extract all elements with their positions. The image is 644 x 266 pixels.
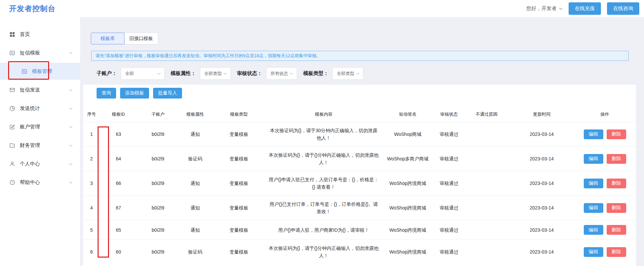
template-type-select-value: 全部类型 [337,71,354,77]
topbar-right: 您好，开发者 在线充值 在线咨询 [526,2,639,15]
sub-account-filter-label: 子账户： [97,70,117,77]
edit-button[interactable]: 编辑 [584,154,603,164]
folder-icon [9,143,15,148]
cell-sub-account: b0i2l9 [137,240,179,264]
filter-bar: 子账户： 全部 模板属性： 全部类型 审核状态： 所有状态 模板类型： 全部类型 [97,67,369,80]
app-title: 开发者控制台 [9,4,56,14]
cell-index: 5 [83,220,100,240]
tab-template-library[interactable]: 模板库 [91,33,124,44]
delete-button[interactable]: 删除 [607,203,626,213]
cell-signature: WoShop跨境商城 [381,240,435,264]
tab-bar: 模板库 旧接口模板 [91,33,158,44]
cell-index: 4 [83,196,100,220]
cell-content: 本次验证码为{}，请于{}分钟内正确输入，切勿泄露他人！ [266,147,381,171]
template-attribute-select-value: 全部类型 [204,71,222,77]
edit-button[interactable]: 编辑 [584,247,603,257]
online-consult-button[interactable]: 在线咨询 [607,2,639,15]
col-header-attribute: 模板属性 [179,107,211,122]
edit-button[interactable]: 编辑 [584,225,603,235]
cell-signature: WoShop跨境商城 [381,196,435,220]
audit-status-select[interactable]: 所有状态 [266,67,297,80]
sub-account-select-value: 全部 [125,71,134,77]
user-menu[interactable]: 您好，开发者 [526,5,563,12]
cell-reject-reason [463,147,510,171]
cell-type: 变量模板 [211,240,266,264]
chevron-down-icon [223,72,227,75]
batch-import-button[interactable]: 批量导入 [153,88,182,99]
sidebar-item-personal-center[interactable]: 个人中心 [0,155,80,173]
chevron-up-icon [69,52,73,54]
sidebar-item-sms-template[interactable]: 短信模板 [0,44,80,62]
sidebar-item-help-center[interactable]: ? 帮助中心 [0,173,80,192]
col-header-actions: 操作 [574,107,636,122]
top-bar: 开发者控制台 您好，开发者 在线充值 在线咨询 [0,0,644,17]
action-button-row: 查询 添加模板 批量导入 [97,88,182,99]
table-row: 5 65 b0i2l9 通知 变量模板 用户{}申请入驻，用户商家ID为{}，请… [83,220,636,240]
sidebar-item-account-management[interactable]: 账户管理 [0,118,80,136]
delete-button[interactable]: 删除 [607,247,626,257]
help-icon: ? [9,180,15,185]
add-template-button[interactable]: 添加模板 [120,88,149,99]
sidebar-item-finance-management[interactable]: 财务管理 [0,136,80,155]
edit-button[interactable]: 编辑 [584,179,603,188]
audit-status-filter-label: 审核状态： [237,70,262,77]
cell-sub-account: b0i2l9 [137,147,179,171]
sidebar-item-send-statistics[interactable]: 发送统计 [0,99,80,118]
cell-signature: WoShop商城 [381,122,435,147]
cell-template-id: 64 [100,147,137,171]
delete-button[interactable]: 删除 [607,154,626,164]
template-type-select[interactable]: 全部类型 [332,67,363,80]
delete-button[interactable]: 删除 [607,225,626,235]
cell-sub-account: b0i2l9 [137,122,179,147]
user-icon [9,161,15,167]
cell-type: 变量模板 [211,147,266,171]
sidebar-item-label: 短信发送 [20,87,40,93]
col-header-signature: 短信签名 [381,107,435,122]
edit-button[interactable]: 编辑 [584,129,603,139]
cell-sub-account: b0i2l9 [137,220,179,240]
online-recharge-button[interactable]: 在线充值 [569,2,601,15]
cell-audit-status: 审核通过 [435,220,463,240]
template-attribute-filter-label: 模板属性： [171,70,196,77]
cell-audit-status: 审核通过 [435,196,463,220]
sidebar-item-label: 帮助中心 [20,179,40,186]
tab-legacy-api-template[interactable]: 旧接口模板 [124,33,158,44]
cell-type: 变量模板 [211,122,266,147]
main-content: 模板库 旧接口模板 请先"添加模板"进行审核，模板审核通过后再发送短信。审核时间… [80,17,644,266]
chevron-down-icon [69,163,73,165]
template-table-wrapper: 序号 模板ID 子账户 模板属性 模板类型 模板内容 短信签名 审核状态 不通过… [83,107,636,264]
cell-actions: 编辑 删除 [574,196,636,220]
cell-template-id: 66 [100,171,137,196]
cell-actions: 编辑 删除 [574,171,636,196]
chevron-down-icon [69,126,73,128]
cell-index: 6 [83,240,100,264]
sidebar-item-label: 账户管理 [20,124,40,130]
cell-audit-status: 审核通过 [435,171,463,196]
delete-button[interactable]: 删除 [607,179,626,188]
cell-reject-reason [463,171,510,196]
cell-content: 用户{}申请入驻已支付，入驻订单号是：{}，价格是：{} 请查看！ [266,171,381,196]
col-header-sub-account: 子账户 [137,107,179,122]
chevron-down-icon [356,72,360,75]
sidebar-item-sms-send[interactable]: 短信发送 [0,81,80,99]
template-attribute-select[interactable]: 全部类型 [200,67,231,80]
col-header-template-id: 模板ID [100,107,137,122]
sidebar-item-home[interactable]: 首页 [0,25,80,44]
table-row: 6 60 b0i2l9 验证码 变量模板 本次验证码为{}，请于{}分钟内正确输… [83,240,636,264]
cell-updated: 2023-03-14 [510,171,574,196]
edit-button[interactable]: 编辑 [584,203,603,213]
query-button[interactable]: 查询 [97,88,116,99]
cell-updated: 2023-03-14 [510,122,574,147]
cell-reject-reason [463,196,510,220]
template-type-filter-label: 模板类型： [303,70,328,77]
sub-account-select[interactable]: 全部 [121,67,165,80]
cell-updated: 2023-03-14 [510,220,574,240]
cell-reject-reason [463,122,510,147]
cell-template-id: 67 [100,196,137,220]
sidebar-item-template-management[interactable]: 模板管理 [0,63,80,80]
cell-actions: 编辑 删除 [574,147,636,171]
cell-attribute: 通知 [179,171,211,196]
delete-button[interactable]: 删除 [607,129,626,139]
cell-actions: 编辑 删除 [574,240,636,264]
cell-type: 变量模板 [211,220,266,240]
